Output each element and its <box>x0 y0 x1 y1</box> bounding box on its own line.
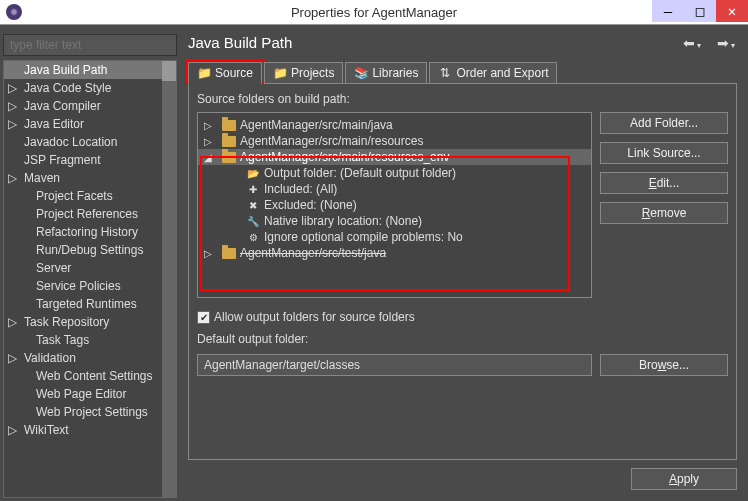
tree-item-web-page-editor[interactable]: Web Page Editor <box>4 385 176 403</box>
expand-icon[interactable]: ▷ <box>8 81 18 95</box>
expand-icon[interactable]: ◢ <box>204 152 214 163</box>
expand-icon[interactable]: ▷ <box>204 248 214 259</box>
tree-item-maven[interactable]: ▷Maven <box>4 169 176 187</box>
default-output-field[interactable]: AgentManager/target/classes <box>197 354 592 376</box>
expand-icon[interactable]: ▷ <box>8 423 18 437</box>
tree-item-label: Maven <box>24 171 60 185</box>
tree-item-label: Java Editor <box>24 117 84 131</box>
main-area: Source folders on build path: ▷AgentMana… <box>188 83 737 460</box>
tree-item-javadoc-location[interactable]: Javadoc Location <box>4 133 176 151</box>
source-item-label: Excluded: (None) <box>264 198 357 212</box>
add-folder-button[interactable]: Add Folder... <box>600 112 728 134</box>
right-panel: Java Build Path ⬅▾ ➡▾ 📁 Source 📁 Project… <box>180 28 745 498</box>
ignore-icon: ⚙ <box>246 230 260 244</box>
tab-projects[interactable]: 📁 Projects <box>264 62 343 84</box>
tab-libraries[interactable]: 📚 Libraries <box>345 62 427 84</box>
tab-source[interactable]: 📁 Source <box>188 62 262 84</box>
tree-item-project-facets[interactable]: Project Facets <box>4 187 176 205</box>
page-title: Java Build Path <box>188 34 292 51</box>
tree-item-task-repository[interactable]: ▷Task Repository <box>4 313 176 331</box>
allow-output-checkbox[interactable]: ✔ <box>197 311 210 324</box>
tree-item-label: Service Policies <box>36 279 121 293</box>
source-item-label: AgentManager/src/main/resources <box>240 134 423 148</box>
remove-button[interactable]: Remove <box>600 202 728 224</box>
tree-item-validation[interactable]: ▷Validation <box>4 349 176 367</box>
tabs: 📁 Source 📁 Projects 📚 Libraries ⇅ Order … <box>180 61 745 83</box>
tree-item-web-content-settings[interactable]: Web Content Settings <box>4 367 176 385</box>
tree-item-server[interactable]: Server <box>4 259 176 277</box>
apply-button[interactable]: Apply <box>631 468 737 490</box>
forward-button[interactable]: ➡▾ <box>717 35 735 51</box>
app-icon <box>6 4 22 20</box>
tree-item-targeted-runtimes[interactable]: Targeted Runtimes <box>4 295 176 313</box>
source-folder-property[interactable]: ✖Excluded: (None) <box>198 197 591 213</box>
source-folder-property[interactable]: ✚Included: (All) <box>198 181 591 197</box>
allow-output-checkbox-row[interactable]: ✔ Allow output folders for source folder… <box>197 310 728 324</box>
filter-input[interactable] <box>3 34 177 56</box>
tree-item-label: Refactoring History <box>36 225 138 239</box>
tree-item-label: Project Facets <box>36 189 113 203</box>
source-folder-property[interactable]: 📂Output folder: (Default output folder) <box>198 165 591 181</box>
tree-item-wikitext[interactable]: ▷WikiText <box>4 421 176 439</box>
native-icon: 🔧 <box>246 214 260 228</box>
close-button[interactable]: ✕ <box>716 0 748 22</box>
tree-item-run-debug-settings[interactable]: Run/Debug Settings <box>4 241 176 259</box>
link-source-button[interactable]: Link Source... <box>600 142 728 164</box>
tree-item-label: Server <box>36 261 71 275</box>
tree-scrollbar[interactable] <box>162 61 176 497</box>
tree-item-label: Validation <box>24 351 76 365</box>
source-item-label: Ignore optional compile problems: No <box>264 230 463 244</box>
tree-item-label: Web Page Editor <box>36 387 127 401</box>
expand-icon[interactable]: ▷ <box>8 315 18 329</box>
tree-item-task-tags[interactable]: Task Tags <box>4 331 176 349</box>
source-item-label: Native library location: (None) <box>264 214 422 228</box>
tree-item-web-project-settings[interactable]: Web Project Settings <box>4 403 176 421</box>
expand-icon[interactable]: ▷ <box>204 120 214 131</box>
left-panel: Java Build Path▷Java Code Style▷Java Com… <box>3 28 177 498</box>
expand-icon[interactable]: ▷ <box>8 351 18 365</box>
expand-icon[interactable]: ▷ <box>8 99 18 113</box>
minimize-button[interactable]: — <box>652 0 684 22</box>
tree-item-jsp-fragment[interactable]: JSP Fragment <box>4 151 176 169</box>
source-folder-item[interactable]: ▷AgentManager/src/main/resources <box>198 133 591 149</box>
tree-item-label: Task Tags <box>36 333 89 347</box>
package-folder-icon <box>222 248 236 259</box>
category-tree: Java Build Path▷Java Code Style▷Java Com… <box>3 60 177 498</box>
source-item-label: AgentManager/src/main/resources_env <box>240 150 449 164</box>
tree-item-label: Java Build Path <box>24 63 107 77</box>
source-folder-item[interactable]: ◢AgentManager/src/main/resources_env <box>198 149 591 165</box>
package-folder-icon <box>222 152 236 163</box>
tree-item-java-editor[interactable]: ▷Java Editor <box>4 115 176 133</box>
package-folder-icon <box>222 136 236 147</box>
source-folder-icon: 📁 <box>197 66 211 80</box>
tree-item-java-build-path[interactable]: Java Build Path <box>4 61 176 79</box>
source-folder-property[interactable]: ⚙Ignore optional compile problems: No <box>198 229 591 245</box>
source-folder-item[interactable]: ▷AgentManager/src/test/java <box>198 245 591 261</box>
maximize-button[interactable]: □ <box>684 0 716 22</box>
nav-arrows: ⬅▾ ➡▾ <box>683 35 735 51</box>
source-item-label: Output folder: (Default output folder) <box>264 166 456 180</box>
tree-item-service-policies[interactable]: Service Policies <box>4 277 176 295</box>
browse-button[interactable]: Browse... <box>600 354 728 376</box>
default-output-label: Default output folder: <box>197 332 728 346</box>
source-folder-property[interactable]: 🔧Native library location: (None) <box>198 213 591 229</box>
edit-button[interactable]: Edit... <box>600 172 728 194</box>
expand-icon[interactable]: ▷ <box>8 171 18 185</box>
source-item-label: AgentManager/src/main/java <box>240 118 393 132</box>
source-folder-tree[interactable]: ▷AgentManager/src/main/java▷AgentManager… <box>197 112 592 298</box>
tree-item-java-compiler[interactable]: ▷Java Compiler <box>4 97 176 115</box>
expand-icon[interactable]: ▷ <box>8 117 18 131</box>
tree-item-label: Web Project Settings <box>36 405 148 419</box>
source-folder-item[interactable]: ▷AgentManager/src/main/java <box>198 117 591 133</box>
tree-item-label: Project References <box>36 207 138 221</box>
tree-item-label: Java Code Style <box>24 81 111 95</box>
tab-order-export[interactable]: ⇅ Order and Export <box>429 62 557 84</box>
back-button[interactable]: ⬅▾ <box>683 35 701 51</box>
tree-item-label: Javadoc Location <box>24 135 117 149</box>
tree-item-java-code-style[interactable]: ▷Java Code Style <box>4 79 176 97</box>
incl-icon: ✚ <box>246 182 260 196</box>
expand-icon[interactable]: ▷ <box>204 136 214 147</box>
tree-item-refactoring-history[interactable]: Refactoring History <box>4 223 176 241</box>
tree-item-project-references[interactable]: Project References <box>4 205 176 223</box>
source-item-label: AgentManager/src/test/java <box>240 246 386 260</box>
